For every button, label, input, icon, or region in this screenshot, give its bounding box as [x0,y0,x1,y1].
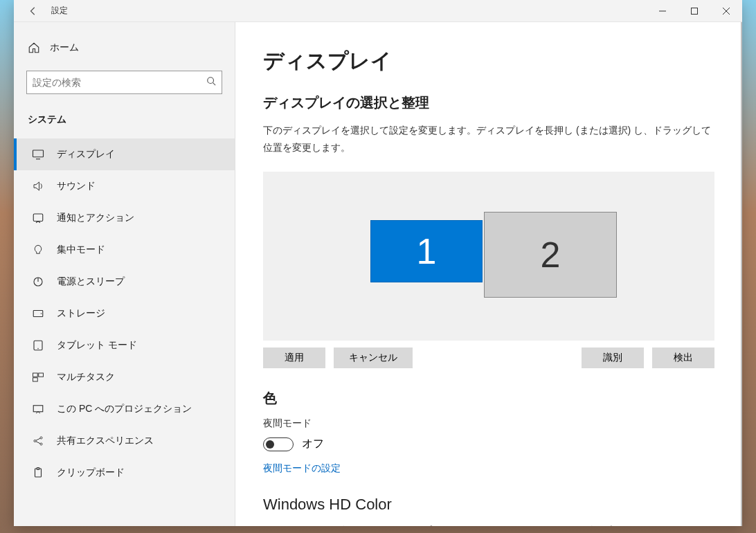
window-body: ホーム システム ディスプレイサウンド通知とアクション集中モード電源とスリープス… [14,22,742,526]
back-button[interactable] [22,0,44,22]
window-title: 設定 [51,5,68,17]
svg-rect-18 [33,406,43,412]
toggle-pill-icon [263,437,294,451]
home-icon [28,42,40,54]
cancel-button[interactable]: キャンセル [334,347,413,368]
toggle-state-text: オフ [302,437,324,451]
minimize-icon [659,8,666,15]
svg-rect-8 [33,214,43,222]
sidebar-item-label: 集中モード [57,244,105,256]
sidebar-item-label: ディスプレイ [57,148,115,161]
svg-point-12 [41,313,42,314]
svg-rect-6 [33,150,44,157]
scrollbar[interactable] [741,22,742,526]
svg-rect-15 [33,373,38,377]
sidebar-category: システム [14,107,235,133]
svg-rect-1 [692,8,698,14]
sidebar-home[interactable]: ホーム [14,35,235,61]
titlebar: 設定 [14,0,742,22]
detect-button[interactable]: 検出 [652,347,714,368]
sidebar-item-label: 電源とスリープ [57,275,125,288]
sidebar-item-power[interactable]: 電源とスリープ [14,266,235,298]
sidebar-home-label: ホーム [50,42,79,54]
monitor-1[interactable]: 1 [370,220,483,282]
sidebar-item-storage[interactable]: ストレージ [14,298,235,329]
arrange-title: ディスプレイの選択と整理 [263,93,714,112]
sidebar-item-notify[interactable]: 通知とアクション [14,202,235,234]
settings-window: 設定 ホーム システム ディスプレイサウンド通知とアクション集中モード電源とスリ… [14,0,742,526]
night-mode-settings-link[interactable]: 夜間モードの設定 [263,462,714,475]
sidebar-item-project[interactable]: この PC へのプロジェクション [14,393,235,425]
sidebar-item-label: クリップボード [57,467,125,479]
maximize-button[interactable] [678,0,710,22]
night-mode-toggle[interactable]: オフ [263,437,714,451]
svg-line-5 [213,83,216,86]
window-controls [647,0,742,22]
sidebar-item-label: 通知とアクション [57,212,134,224]
identify-button[interactable]: 識別 [582,347,644,368]
sidebar-item-tablet[interactable]: タブレット モード [14,329,235,361]
sidebar-item-multitask[interactable]: マルチタスク [14,361,235,393]
svg-line-23 [36,442,40,444]
svg-point-4 [208,78,214,84]
monitor-2[interactable]: 2 [484,212,617,298]
arrange-desc: 下のディスプレイを選択して設定を変更します。ディスプレイを長押し (または選択)… [263,122,714,156]
sidebar-item-label: この PC へのプロジェクション [57,403,192,415]
svg-rect-17 [33,378,38,381]
maximize-icon [691,8,698,15]
sidebar-item-clipboard[interactable]: クリップボード [14,457,235,489]
hdr-desc: HDR と WCG のビデオ、ゲーム、アプリで、より明るく、より鮮やかな画像を表 [263,522,714,526]
night-mode-label: 夜間モード [263,417,714,430]
focus-icon [32,244,44,256]
search-box[interactable] [26,71,222,94]
storage-icon [32,307,44,320]
sound-icon [32,180,44,192]
display-icon [32,148,44,161]
sidebar-item-sound[interactable]: サウンド [14,170,235,202]
arrow-left-icon [28,6,38,16]
sidebar-item-share[interactable]: 共有エクスペリエンス [14,425,235,457]
sidebar-item-focus[interactable]: 集中モード [14,234,235,266]
svg-rect-16 [39,373,44,377]
arrange-buttons: 適用 キャンセル 識別 検出 [263,347,714,368]
main-content: ディスプレイ ディスプレイの選択と整理 下のディスプレイを選択して設定を変更しま… [235,22,742,526]
sidebar-item-display[interactable]: ディスプレイ [14,138,235,170]
sidebar-item-label: タブレット モード [57,339,137,352]
project-icon [32,403,44,415]
power-icon [32,275,44,288]
search-input[interactable] [33,77,206,88]
sidebar-item-label: マルチタスク [57,371,115,383]
sidebar: ホーム システム ディスプレイサウンド通知とアクション集中モード電源とスリープス… [14,22,235,526]
page-title: ディスプレイ [263,47,714,75]
clipboard-icon [32,467,44,479]
multitask-icon [32,371,44,383]
color-title: 色 [263,389,714,408]
svg-point-14 [37,348,39,350]
hdr-title: Windows HD Color [263,496,714,514]
tablet-icon [32,339,44,352]
sidebar-item-label: ストレージ [57,307,105,320]
display-arrange-area[interactable]: 12 [263,172,714,341]
svg-point-21 [40,443,42,445]
apply-button[interactable]: 適用 [263,347,325,368]
svg-line-22 [36,438,40,440]
close-icon [723,8,730,15]
minimize-button[interactable] [647,0,678,22]
svg-point-20 [40,437,42,439]
sidebar-item-label: サウンド [57,180,96,192]
share-icon [32,435,44,447]
search-icon [206,76,216,89]
sidebar-nav: ディスプレイサウンド通知とアクション集中モード電源とスリープストレージタブレット… [14,138,235,489]
sidebar-item-label: 共有エクスペリエンス [57,435,154,447]
svg-point-19 [34,440,36,442]
close-button[interactable] [710,0,742,22]
notify-icon [32,212,44,224]
